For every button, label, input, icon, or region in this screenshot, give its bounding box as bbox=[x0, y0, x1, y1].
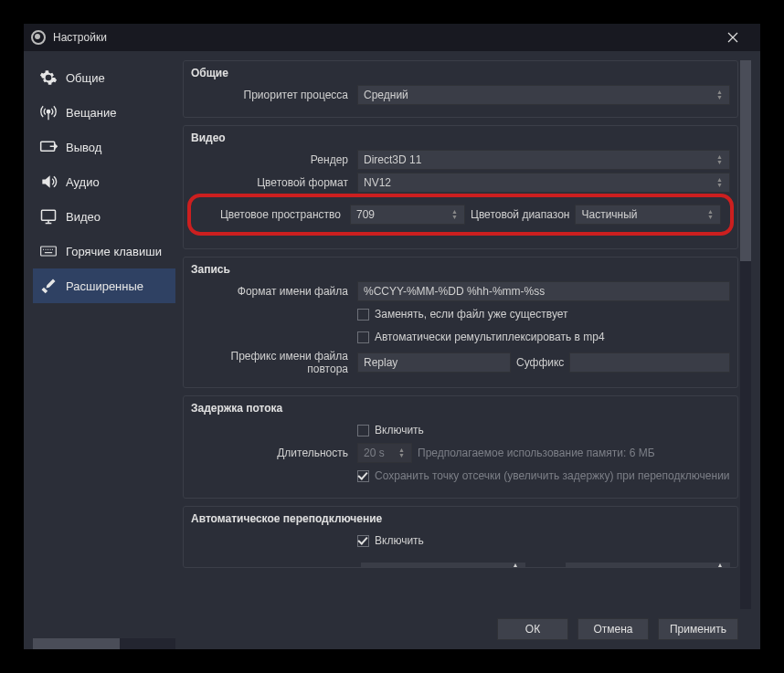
settings-window: Настройки Общие Вещание bbox=[24, 24, 760, 649]
group-title: Запись bbox=[191, 263, 730, 276]
input-value: Replay bbox=[364, 356, 397, 369]
spinner-arrows-icon: ▲▼ bbox=[398, 444, 408, 462]
spin-duration[interactable]: 20 s ▲▼ bbox=[357, 443, 412, 463]
audio-icon bbox=[38, 172, 58, 192]
select-value: 709 bbox=[356, 208, 375, 221]
sidebar-item-label: Аудио bbox=[66, 175, 100, 189]
group-video: Видео Рендер Direct3D 11 ▲▼ Цветовой фор… bbox=[183, 125, 738, 249]
group-title: Видео bbox=[191, 131, 730, 144]
apply-button[interactable]: Применить bbox=[658, 618, 738, 640]
group-title: Задержка потока bbox=[191, 402, 730, 415]
keyboard-icon bbox=[38, 241, 58, 261]
chevron-up-icon: ▴ bbox=[717, 559, 730, 568]
group-recording: Запись Формат имени файла %CCYY-%MM-%DD … bbox=[183, 257, 738, 388]
label-reconnect-enable: Включить bbox=[375, 534, 424, 547]
spinner-arrows-icon: ▲▼ bbox=[451, 205, 461, 224]
spinner-arrows-icon: ▲▼ bbox=[716, 86, 726, 104]
group-title: Автоматическое переподключение bbox=[191, 512, 730, 525]
sidebar-item-label: Вывод bbox=[66, 141, 101, 154]
output-icon bbox=[38, 137, 58, 157]
label-memory: Предполагаемое использование памяти: 6 М… bbox=[418, 447, 655, 459]
sidebar-item-label: Горячие клавиши bbox=[66, 245, 162, 258]
checkbox-preserve-cutoff[interactable] bbox=[357, 470, 369, 482]
select-process-priority[interactable]: Средний ▲▼ bbox=[357, 85, 730, 105]
sidebar-item-advanced[interactable]: Расширенные bbox=[33, 268, 175, 303]
checkbox-remux[interactable] bbox=[357, 331, 369, 343]
sidebar-item-stream[interactable]: Вещание bbox=[33, 95, 175, 130]
input-suffix[interactable] bbox=[569, 352, 730, 373]
checkbox-delay-enable[interactable] bbox=[357, 425, 369, 436]
spinner-arrows-icon: ▲▼ bbox=[716, 151, 726, 169]
video-icon bbox=[38, 206, 58, 226]
sidebar-item-general[interactable]: Общие bbox=[33, 60, 175, 95]
input-filename-format[interactable]: %CCYY-%MM-%DD %hh-%mm-%ss bbox=[357, 281, 730, 301]
label-duration: Длительность bbox=[191, 447, 352, 459]
group-general: Общие Приоритет процесса Средний ▲▼ bbox=[183, 60, 738, 118]
sidebar-item-label: Общие bbox=[66, 71, 105, 85]
select-color-range[interactable]: Частичный ▲▼ bbox=[575, 205, 721, 225]
label-remux: Автоматически ремультиплексировать в mp4 bbox=[375, 331, 605, 343]
label-color-format: Цветовой формат bbox=[191, 176, 352, 189]
svg-point-0 bbox=[47, 110, 49, 113]
tools-icon bbox=[38, 276, 58, 296]
sidebar-item-label: Вещание bbox=[66, 106, 117, 120]
label-replay-prefix: Префикс имени файла повтора bbox=[191, 350, 352, 375]
svg-rect-6 bbox=[41, 247, 57, 256]
chevron-up-icon: ▴ bbox=[513, 559, 525, 568]
label-color-range: Цветовой диапазон bbox=[471, 208, 569, 221]
sidebar-item-audio[interactable]: Аудио bbox=[33, 164, 175, 199]
sidebar-item-hotkeys[interactable]: Горячие клавиши bbox=[33, 234, 175, 268]
sidebar: Общие Вещание Вывод bbox=[33, 60, 175, 649]
select-renderer[interactable]: Direct3D 11 ▲▼ bbox=[357, 150, 730, 170]
svg-rect-3 bbox=[42, 210, 56, 220]
ok-button[interactable]: ОК bbox=[497, 618, 568, 640]
vertical-scrollbar[interactable] bbox=[740, 60, 751, 609]
sidebar-scrollbar[interactable] bbox=[33, 638, 175, 649]
label-filename-format: Формат имени файла bbox=[191, 285, 352, 298]
broadcast-icon bbox=[38, 102, 58, 122]
input-value: %CCYY-%MM-%DD %hh-%mm-%ss bbox=[364, 285, 545, 298]
spin-value: 20 s bbox=[364, 447, 385, 459]
select-value: NV12 bbox=[364, 176, 391, 189]
select-value: Средний bbox=[364, 89, 408, 101]
label-suffix: Суффикс bbox=[516, 356, 564, 369]
group-auto-reconnect: Автоматическое переподключение Включить … bbox=[183, 506, 738, 568]
sidebar-item-output[interactable]: Вывод bbox=[33, 130, 175, 164]
group-title: Общие bbox=[191, 67, 730, 79]
label-color-space: Цветовое пространство bbox=[200, 208, 344, 221]
group-stream-delay: Задержка потока Включить Длительность 20… bbox=[183, 395, 738, 499]
slider[interactable]: ▴ bbox=[361, 563, 525, 568]
window-title: Настройки bbox=[53, 31, 713, 44]
dialog-footer: ОК Отмена Применить bbox=[183, 609, 751, 649]
slider[interactable]: ▴ bbox=[566, 563, 730, 568]
spinner-arrows-icon: ▲▼ bbox=[707, 205, 716, 224]
highlight-annotation: Цветовое пространство 709 ▲▼ Цветовой ди… bbox=[187, 194, 734, 236]
select-value: Частичный bbox=[581, 208, 637, 221]
checkbox-reconnect-enable[interactable] bbox=[357, 535, 369, 547]
main-panel: Общие Приоритет процесса Средний ▲▼ Виде… bbox=[183, 60, 751, 649]
app-logo-icon bbox=[31, 30, 46, 45]
sidebar-item-video[interactable]: Видео bbox=[33, 199, 175, 234]
label-process-priority: Приоритет процесса bbox=[191, 89, 352, 101]
label-preserve-cutoff: Сохранить точку отсечки (увеличить задер… bbox=[375, 469, 730, 482]
select-color-space[interactable]: 709 ▲▼ bbox=[350, 205, 465, 225]
checkbox-overwrite[interactable] bbox=[357, 309, 369, 321]
close-button[interactable] bbox=[713, 24, 753, 51]
select-color-format[interactable]: NV12 ▲▼ bbox=[357, 173, 730, 193]
label-overwrite: Заменять, если файл уже существует bbox=[375, 308, 568, 321]
input-replay-prefix[interactable]: Replay bbox=[357, 352, 511, 373]
sidebar-item-label: Расширенные bbox=[66, 279, 143, 293]
select-value: Direct3D 11 bbox=[364, 153, 421, 166]
label-renderer: Рендер bbox=[191, 153, 352, 166]
spinner-arrows-icon: ▲▼ bbox=[716, 174, 726, 192]
titlebar: Настройки bbox=[24, 24, 760, 51]
cancel-button[interactable]: Отмена bbox=[577, 618, 649, 640]
label-delay-enable: Включить bbox=[375, 424, 424, 436]
sidebar-item-label: Видео bbox=[66, 210, 101, 224]
gear-icon bbox=[38, 68, 58, 88]
